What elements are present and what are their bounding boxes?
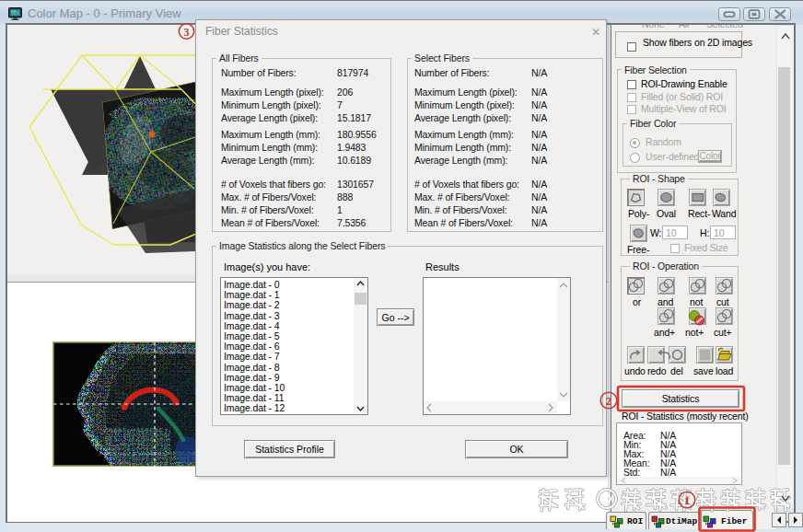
svg-text:2: 2 xyxy=(606,394,612,408)
svg-text:1: 1 xyxy=(684,493,691,507)
svg-text:3: 3 xyxy=(184,26,190,39)
